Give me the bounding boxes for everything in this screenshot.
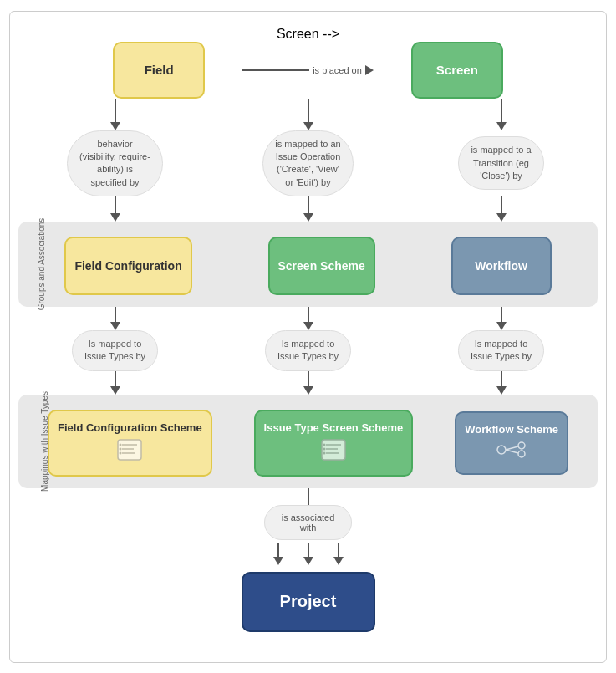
workflow-scheme-node: Workflow Scheme: [455, 411, 568, 475]
screen-right-arrow: [496, 122, 507, 130]
behavior-label: behavior(visibility, require-ability) is…: [67, 130, 163, 197]
field-connector: [115, 99, 116, 122]
svg-point-12: [323, 447, 325, 450]
svg-point-13: [323, 451, 325, 454]
svg-point-11: [323, 443, 325, 446]
placed-on-label: is placed on: [309, 65, 365, 75]
mapped-issue-types-1-label: Is mapped toIssue Types by: [72, 330, 158, 371]
svg-point-15: [518, 442, 525, 449]
from-group1-connector: [115, 307, 116, 322]
mapped-operation-label: is mapped to anIssue Operation('Create',…: [262, 130, 353, 197]
workflow-node: Workflow: [451, 237, 552, 295]
placed-on-line: [242, 69, 309, 71]
top-row: Field is placed on Screen: [18, 42, 598, 99]
triple-mid-connector: [308, 543, 309, 557]
svg-point-6: [120, 451, 122, 454]
groups-band-inner: Field Configuration Screen Scheme Workfl…: [27, 237, 589, 295]
to-group1-arrow: [110, 213, 120, 222]
groups-band: Groups and Associations Field Configurat…: [18, 222, 598, 307]
field-config-node: Field Configuration: [64, 237, 191, 295]
triple-mid-arrow: [303, 557, 313, 565]
mapped-issue-types-3-label: Is mapped toIssue Types by: [458, 330, 544, 371]
to-group2-connector: [308, 196, 309, 213]
field-config-scheme-node: Field Configuration Scheme: [48, 410, 212, 477]
screen-scheme-node: Screen Scheme: [268, 237, 375, 295]
placed-on-arrowhead: [365, 65, 374, 75]
screen-left-arrow: [303, 122, 313, 130]
to-map1-arrow: [110, 386, 120, 395]
groups-band-label: Groups and Associations: [37, 218, 46, 311]
to-assoc-connector: [308, 488, 309, 505]
svg-rect-0: [118, 440, 141, 460]
to-map3-connector: [501, 371, 502, 386]
to-group3-arrow: [496, 213, 507, 222]
to-group2-arrow: [303, 213, 313, 222]
mapped-issue-types-2-label: Is mapped toIssue Types by: [265, 330, 351, 371]
field-arrow: [110, 122, 120, 130]
from-group3-connector: [501, 307, 502, 322]
issue-type-screen-scheme-node: Issue Type Screen Scheme: [254, 410, 414, 477]
from-group1-arrow: [110, 322, 120, 330]
svg-rect-7: [322, 440, 345, 460]
to-group3-connector: [501, 196, 502, 213]
svg-point-14: [497, 446, 506, 454]
from-group2-arrow: [303, 322, 313, 330]
project-node: Project: [242, 572, 375, 632]
associated-with-label: is associatedwith: [264, 505, 353, 540]
svg-line-18: [506, 450, 518, 453]
list-icon-1: [117, 439, 142, 465]
to-map3-arrow: [496, 386, 507, 395]
to-map2-arrow: [303, 386, 313, 395]
screen-left-connector: [308, 99, 309, 122]
svg-line-17: [506, 446, 518, 450]
field-node: Field: [113, 42, 205, 99]
workflow-icon: [496, 441, 527, 463]
list-icon-2: [321, 439, 346, 465]
from-group3-arrow: [496, 322, 507, 330]
triple-left-arrow: [273, 557, 283, 565]
triple-arrow: [273, 543, 344, 565]
mapped-transition-label: is mapped to aTransition (eg'Close') by: [458, 136, 543, 190]
screen-right-connector: [501, 99, 502, 122]
diagram-container: Screen --> Field is placed on Screen: [9, 11, 607, 663]
triple-left-connector: [277, 543, 279, 557]
to-map1-connector: [115, 371, 116, 386]
triple-right-arrow: [333, 557, 344, 565]
mappings-band: Mappings with Issue Types Field Configur…: [18, 395, 598, 488]
svg-point-16: [518, 451, 525, 457]
mappings-band-inner: Field Configuration Scheme: [27, 410, 589, 477]
svg-point-5: [120, 447, 122, 450]
to-group1-connector: [115, 196, 116, 213]
to-map2-connector: [308, 371, 309, 386]
from-group2-connector: [308, 307, 309, 322]
screen-node: Screen: [411, 42, 503, 99]
svg-point-4: [120, 443, 122, 446]
triple-right-connector: [338, 543, 339, 557]
